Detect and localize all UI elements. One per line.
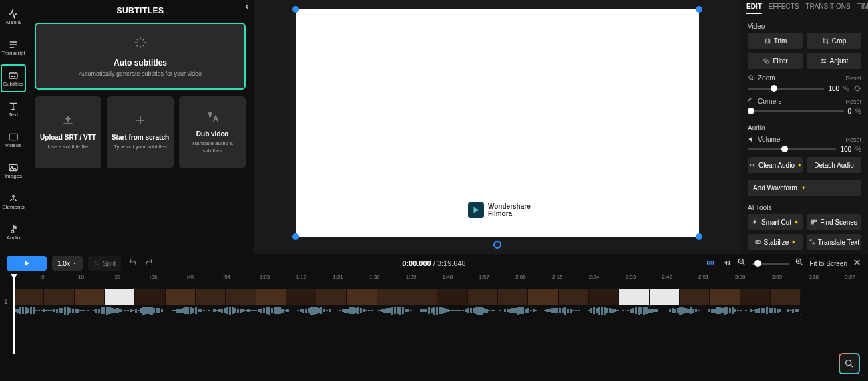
start-scratch-card[interactable]: Start from scratch Type out your subtitl… (107, 96, 174, 168)
filter-button[interactable]: Filter (748, 53, 803, 69)
timeline-ruler[interactable]: :9:18:27:36:45:541:031:121:211:301:391:4… (13, 273, 868, 285)
resize-handle-bl[interactable] (292, 233, 299, 240)
volume-slider[interactable] (748, 148, 836, 150)
skip-icon (721, 259, 732, 267)
stabilize-button[interactable]: Stabilize✦ (748, 234, 803, 250)
panel-title: SUBTITLES (116, 6, 164, 15)
filmora-logo-icon (468, 202, 484, 218)
video-section-label: Video (741, 17, 868, 33)
svg-point-22 (846, 360, 851, 366)
svg-rect-13 (811, 222, 813, 224)
find-scenes-button[interactable]: Find Scenes (807, 214, 861, 230)
playhead[interactable] (13, 274, 15, 354)
corners-label: Corners (758, 98, 782, 105)
clean-audio-button[interactable]: Clean Audio✦ (748, 157, 803, 173)
videos-icon (7, 132, 19, 142)
images-icon (7, 162, 19, 173)
auto-subtitles-title: Auto subtitles (114, 58, 167, 68)
svg-point-10 (749, 76, 753, 80)
volume-icon (748, 136, 755, 143)
tab-transitions[interactable]: TRANSITIONS (805, 3, 850, 14)
tab-edit[interactable]: EDIT (746, 3, 762, 14)
fit-to-screen-button[interactable]: Fit to Screen (809, 260, 847, 267)
top-area: Media Transcript Subtitles Text Videos I… (0, 0, 868, 254)
sidebar-item-media[interactable]: Media (1, 3, 26, 31)
svg-rect-0 (9, 73, 17, 78)
rotate-handle[interactable] (493, 241, 501, 249)
tab-effects[interactable]: EFFECTS (769, 3, 799, 14)
split-button[interactable]: Split (88, 256, 121, 271)
svg-point-17 (95, 264, 96, 265)
keyframe-icon[interactable] (853, 84, 861, 92)
sidebar-item-subtitles[interactable]: Subtitles (1, 64, 26, 92)
svg-rect-18 (708, 261, 710, 264)
volume-label: Volume (758, 136, 780, 143)
close-timeline-button[interactable] (853, 257, 861, 269)
corners-value: 0 (848, 108, 852, 115)
resize-handle-br[interactable] (696, 233, 702, 240)
zoom-reset[interactable]: Reset (845, 75, 861, 82)
corners-slider[interactable] (748, 110, 844, 112)
svg-point-9 (824, 61, 825, 63)
undo-button[interactable] (126, 257, 138, 269)
upload-srt-card[interactable]: Upload SRT / VTT Use a subtitle file (35, 96, 101, 168)
redo-button[interactable] (144, 257, 156, 269)
dub-video-card[interactable]: Dub video Translate audio & subtitles (179, 96, 246, 168)
snap-button[interactable] (705, 257, 716, 269)
video-clip[interactable] (13, 289, 801, 315)
svg-rect-1 (9, 134, 17, 140)
timeline-zoom-slider[interactable] (752, 263, 789, 265)
trim-button[interactable]: Trim (748, 33, 803, 49)
zoom-label: Zoom (758, 74, 775, 82)
collapse-panel-button[interactable] (243, 3, 251, 13)
sidebar-item-audio[interactable]: Audio (1, 218, 26, 246)
search-icon (844, 358, 855, 369)
play-icon (23, 259, 31, 267)
detach-audio-button[interactable]: Detach Audio (807, 157, 861, 173)
tab-timing[interactable]: TIMING (857, 3, 868, 14)
transcript-icon (7, 39, 19, 50)
skip-button[interactable] (721, 257, 732, 269)
filter-icon (763, 57, 770, 65)
edit-pane: EDIT EFFECTS TRANSITIONS TIMING Video Tr… (741, 0, 868, 254)
play-button[interactable] (7, 256, 47, 271)
undo-icon (128, 257, 137, 267)
stabilize-icon (754, 239, 761, 245)
preview-area: WondershareFilmora (254, 0, 741, 254)
speed-button[interactable]: 1.0x (52, 256, 83, 271)
svg-point-16 (95, 261, 96, 263)
zoom-in-button[interactable] (795, 257, 804, 269)
sidebar-item-videos[interactable]: Videos (1, 126, 26, 154)
subtitles-panel: SUBTITLES Auto subtitles Automatically g… (27, 0, 254, 254)
sidebar-item-transcript[interactable]: Transcript (1, 33, 26, 61)
resize-handle-tr[interactable] (696, 6, 702, 13)
translate-icon (205, 110, 220, 126)
time-display: 0:00.000 / 3:19.648 (402, 259, 465, 267)
zoom-value: 100 (828, 85, 839, 92)
corners-reset[interactable]: Reset (845, 98, 861, 105)
auto-subtitles-card[interactable]: Auto subtitles Automatically generate su… (35, 23, 246, 90)
adjust-button[interactable]: Adjust (807, 53, 861, 69)
video-canvas[interactable]: WondershareFilmora (296, 9, 699, 237)
zoom-out-button[interactable] (737, 257, 746, 269)
svg-point-7 (766, 60, 769, 64)
resize-handle-tl[interactable] (292, 6, 299, 13)
volume-reset[interactable]: Reset (845, 136, 861, 143)
auto-subtitles-sub: Automatically generate subtitles for you… (79, 70, 202, 77)
crop-button[interactable]: Crop (807, 33, 861, 49)
preview-logo: WondershareFilmora (468, 202, 531, 218)
smart-cut-button[interactable]: Smart Cut✦ (748, 214, 803, 230)
translate-text-icon (809, 239, 815, 245)
sidebar-item-text[interactable]: Text (1, 95, 26, 123)
svg-point-5 (11, 230, 14, 233)
svg-rect-12 (815, 220, 817, 222)
sparkle-icon (132, 35, 149, 53)
sidebar-item-images[interactable]: Images (1, 156, 26, 184)
zoom-slider[interactable] (748, 88, 824, 90)
add-waveform-button[interactable]: Add Waveform✦ (748, 180, 861, 196)
sidebar-item-elements[interactable]: Elements (1, 187, 26, 215)
timeline-area: 1.0x Split 0:00.000 / 3:19.648 Fit to Sc… (0, 254, 868, 381)
zoom-out-icon (737, 257, 746, 267)
translate-text-button[interactable]: Translate Text (807, 234, 861, 250)
search-zoom-button[interactable] (839, 353, 860, 374)
